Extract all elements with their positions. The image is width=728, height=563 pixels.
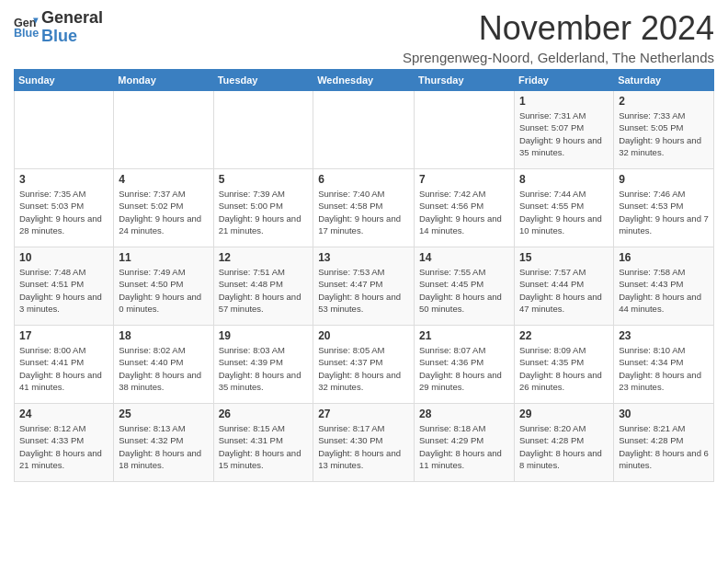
day-number: 9 bbox=[619, 173, 709, 186]
day-number: 14 bbox=[419, 251, 509, 264]
calendar-cell: 17Sunrise: 8:00 AMSunset: 4:41 PMDayligh… bbox=[15, 326, 114, 404]
calendar-cell: 7Sunrise: 7:42 AMSunset: 4:56 PMDaylight… bbox=[415, 169, 515, 247]
day-info: Sunrise: 8:21 AMSunset: 4:28 PMDaylight:… bbox=[619, 422, 709, 471]
calendar-cell: 3Sunrise: 7:35 AMSunset: 5:03 PMDaylight… bbox=[15, 169, 114, 247]
day-info: Sunrise: 7:35 AMSunset: 5:03 PMDaylight:… bbox=[19, 188, 108, 236]
day-info: Sunrise: 8:10 AMSunset: 4:34 PMDaylight:… bbox=[619, 344, 709, 393]
day-number: 8 bbox=[519, 173, 609, 186]
day-info: Sunrise: 7:48 AMSunset: 4:51 PMDaylight:… bbox=[19, 266, 108, 315]
day-info: Sunrise: 7:58 AMSunset: 4:43 PMDaylight:… bbox=[619, 266, 709, 315]
day-info: Sunrise: 8:00 AMSunset: 4:41 PMDaylight:… bbox=[19, 344, 108, 393]
day-info: Sunrise: 7:42 AMSunset: 4:56 PMDaylight:… bbox=[419, 188, 509, 236]
day-info: Sunrise: 8:15 AMSunset: 4:31 PMDaylight:… bbox=[219, 422, 309, 471]
calendar-cell: 4Sunrise: 7:37 AMSunset: 5:02 PMDaylight… bbox=[114, 169, 213, 247]
day-info: Sunrise: 8:09 AMSunset: 4:35 PMDaylight:… bbox=[519, 344, 609, 393]
day-info: Sunrise: 8:07 AMSunset: 4:36 PMDaylight:… bbox=[419, 344, 509, 393]
calendar-cell: 5Sunrise: 7:39 AMSunset: 5:00 PMDaylight… bbox=[213, 169, 313, 247]
day-number: 17 bbox=[19, 329, 108, 342]
day-number: 5 bbox=[219, 173, 309, 186]
calendar-week: 1Sunrise: 7:31 AMSunset: 5:07 PMDaylight… bbox=[15, 91, 714, 169]
header: Gen Blue General Blue November 2024 Spre… bbox=[14, 9, 714, 65]
day-info: Sunrise: 8:02 AMSunset: 4:40 PMDaylight:… bbox=[119, 344, 208, 393]
calendar-cell: 8Sunrise: 7:44 AMSunset: 4:55 PMDaylight… bbox=[514, 169, 613, 247]
day-info: Sunrise: 8:17 AMSunset: 4:30 PMDaylight:… bbox=[318, 422, 409, 471]
logo: Gen Blue General Blue bbox=[14, 9, 103, 46]
day-number: 21 bbox=[419, 329, 509, 342]
day-info: Sunrise: 8:18 AMSunset: 4:29 PMDaylight:… bbox=[419, 422, 509, 471]
calendar-cell: 29Sunrise: 8:20 AMSunset: 4:28 PMDayligh… bbox=[514, 404, 613, 482]
day-info: Sunrise: 7:39 AMSunset: 5:00 PMDaylight:… bbox=[219, 188, 309, 236]
location: Sprengenweg-Noord, Gelderland, The Nethe… bbox=[403, 50, 714, 65]
day-info: Sunrise: 7:44 AMSunset: 4:55 PMDaylight:… bbox=[519, 188, 609, 236]
calendar-cell: 15Sunrise: 7:57 AMSunset: 4:44 PMDayligh… bbox=[514, 247, 613, 326]
calendar-cell: 28Sunrise: 8:18 AMSunset: 4:29 PMDayligh… bbox=[415, 404, 515, 482]
calendar-cell: 9Sunrise: 7:46 AMSunset: 4:53 PMDaylight… bbox=[614, 169, 714, 247]
calendar-cell: 22Sunrise: 8:09 AMSunset: 4:35 PMDayligh… bbox=[514, 326, 613, 404]
calendar-cell: 20Sunrise: 8:05 AMSunset: 4:37 PMDayligh… bbox=[313, 326, 415, 404]
month-title: November 2024 bbox=[403, 9, 714, 48]
calendar-table: SundayMondayTuesdayWednesdayThursdayFrid… bbox=[14, 69, 714, 482]
header-day: Sunday bbox=[15, 70, 114, 91]
day-info: Sunrise: 7:37 AMSunset: 5:02 PMDaylight:… bbox=[119, 188, 208, 236]
day-number: 3 bbox=[19, 173, 108, 186]
day-number: 27 bbox=[318, 408, 409, 420]
day-info: Sunrise: 7:33 AMSunset: 5:05 PMDaylight:… bbox=[619, 109, 709, 158]
day-number: 16 bbox=[619, 251, 709, 264]
day-number: 29 bbox=[519, 408, 609, 420]
calendar-cell: 6Sunrise: 7:40 AMSunset: 4:58 PMDaylight… bbox=[313, 169, 415, 247]
calendar-cell bbox=[114, 91, 213, 169]
header-day: Wednesday bbox=[313, 70, 415, 91]
day-number: 7 bbox=[419, 173, 509, 186]
calendar-cell: 14Sunrise: 7:55 AMSunset: 4:45 PMDayligh… bbox=[415, 247, 515, 326]
page: Gen Blue General Blue November 2024 Spre… bbox=[0, 0, 728, 491]
logo-line2: Blue bbox=[41, 28, 103, 46]
calendar-cell: 12Sunrise: 7:51 AMSunset: 4:48 PMDayligh… bbox=[213, 247, 313, 326]
day-number: 4 bbox=[119, 173, 208, 186]
calendar-cell: 26Sunrise: 8:15 AMSunset: 4:31 PMDayligh… bbox=[213, 404, 313, 482]
header-day: Friday bbox=[514, 70, 613, 91]
day-number: 28 bbox=[419, 408, 509, 420]
calendar-cell: 19Sunrise: 8:03 AMSunset: 4:39 PMDayligh… bbox=[213, 326, 313, 404]
calendar-cell: 24Sunrise: 8:12 AMSunset: 4:33 PMDayligh… bbox=[15, 404, 114, 482]
day-number: 20 bbox=[318, 329, 409, 342]
day-info: Sunrise: 7:31 AMSunset: 5:07 PMDaylight:… bbox=[519, 109, 609, 158]
calendar-week: 17Sunrise: 8:00 AMSunset: 4:41 PMDayligh… bbox=[15, 326, 714, 404]
calendar-cell: 30Sunrise: 8:21 AMSunset: 4:28 PMDayligh… bbox=[614, 404, 714, 482]
day-number: 18 bbox=[119, 329, 208, 342]
day-number: 12 bbox=[219, 251, 309, 264]
day-info: Sunrise: 7:55 AMSunset: 4:45 PMDaylight:… bbox=[419, 266, 509, 315]
calendar-cell: 23Sunrise: 8:10 AMSunset: 4:34 PMDayligh… bbox=[614, 326, 714, 404]
day-number: 24 bbox=[19, 408, 108, 420]
day-number: 30 bbox=[619, 408, 709, 420]
calendar-cell bbox=[313, 91, 415, 169]
calendar-week: 24Sunrise: 8:12 AMSunset: 4:33 PMDayligh… bbox=[15, 404, 714, 482]
day-number: 23 bbox=[619, 329, 709, 342]
day-number: 1 bbox=[519, 95, 609, 108]
calendar-cell: 18Sunrise: 8:02 AMSunset: 4:40 PMDayligh… bbox=[114, 326, 213, 404]
day-number: 2 bbox=[619, 95, 709, 108]
day-number: 19 bbox=[219, 329, 309, 342]
svg-text:Blue: Blue bbox=[14, 27, 39, 40]
day-info: Sunrise: 8:13 AMSunset: 4:32 PMDaylight:… bbox=[119, 422, 208, 471]
header-day: Monday bbox=[114, 70, 213, 91]
day-number: 22 bbox=[519, 329, 609, 342]
day-number: 13 bbox=[318, 251, 409, 264]
day-number: 26 bbox=[219, 408, 309, 420]
calendar-cell: 11Sunrise: 7:49 AMSunset: 4:50 PMDayligh… bbox=[114, 247, 213, 326]
calendar-week: 10Sunrise: 7:48 AMSunset: 4:51 PMDayligh… bbox=[15, 247, 714, 326]
logo-line1: General bbox=[41, 9, 103, 28]
day-info: Sunrise: 7:51 AMSunset: 4:48 PMDaylight:… bbox=[219, 266, 309, 315]
header-row: SundayMondayTuesdayWednesdayThursdayFrid… bbox=[15, 70, 714, 91]
day-number: 11 bbox=[119, 251, 208, 264]
day-info: Sunrise: 7:53 AMSunset: 4:47 PMDaylight:… bbox=[318, 266, 409, 315]
title-block: November 2024 Sprengenweg-Noord, Gelderl… bbox=[403, 9, 714, 65]
header-day: Saturday bbox=[614, 70, 714, 91]
calendar-week: 3Sunrise: 7:35 AMSunset: 5:03 PMDaylight… bbox=[15, 169, 714, 247]
day-number: 15 bbox=[519, 251, 609, 264]
calendar-cell: 21Sunrise: 8:07 AMSunset: 4:36 PMDayligh… bbox=[415, 326, 515, 404]
day-info: Sunrise: 7:40 AMSunset: 4:58 PMDaylight:… bbox=[318, 188, 409, 236]
calendar-cell: 16Sunrise: 7:58 AMSunset: 4:43 PMDayligh… bbox=[614, 247, 714, 326]
day-info: Sunrise: 8:12 AMSunset: 4:33 PMDaylight:… bbox=[19, 422, 108, 471]
day-info: Sunrise: 7:49 AMSunset: 4:50 PMDaylight:… bbox=[119, 266, 208, 315]
day-info: Sunrise: 7:46 AMSunset: 4:53 PMDaylight:… bbox=[619, 188, 709, 236]
